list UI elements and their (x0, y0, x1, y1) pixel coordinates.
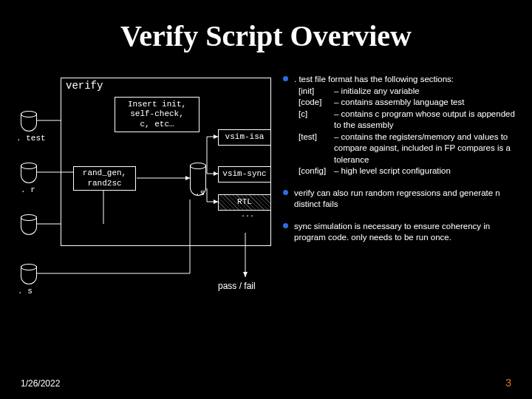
rand-box: rand_gen, rand2sc (73, 166, 136, 191)
dots: ... (241, 212, 254, 218)
passfail-label: pass / fail (218, 281, 256, 291)
bullet-1-intro: . test file format has the following sec… (294, 74, 523, 86)
label-test: . test (16, 134, 46, 143)
verify-label: verify (66, 80, 103, 92)
label-s: . s (18, 287, 33, 296)
sect-c-desc: – contains c program whose output is app… (334, 109, 523, 132)
label-r: . r (21, 185, 35, 194)
svg-marker-17 (243, 272, 248, 277)
cylinder-test (21, 111, 37, 132)
sect-code-desc: – contains assembly language test (334, 97, 464, 109)
cylinder-s-bottom (21, 264, 37, 284)
bullet-3: sync simulation is necessary to ensure c… (283, 221, 523, 244)
sect-test-desc: – contains the registers/memory and valu… (334, 132, 523, 166)
cylinder-r (21, 163, 37, 183)
diagram: . test . r . s verify Insert init, self-… (15, 78, 281, 303)
sect-init-desc: – initialize any variable (334, 86, 420, 98)
sect-config-desc: – high level script configuration (334, 166, 451, 177)
footer-page-number: 3 (505, 377, 511, 389)
sect-config-key: [config] (299, 166, 334, 177)
cylinder-s-left (21, 214, 37, 235)
bullet-3-text: sync simulation is necessary to ensure c… (294, 221, 523, 244)
rtl-label: RTL (237, 197, 252, 207)
rtl-box: RTL (218, 194, 271, 211)
footer-date: 1/26/2022 (21, 378, 60, 389)
bullet-dot-icon (283, 76, 288, 81)
sect-code-key: [code] (299, 97, 334, 109)
bullet-2: verify can also run random regressions a… (283, 188, 523, 211)
insert-box: Insert init, self-check, c, etc… (115, 97, 200, 132)
bullet-2-text: verify can also run random regressions a… (294, 188, 523, 211)
s-mid-label: .s (195, 188, 205, 197)
sect-c-key: [c] (299, 109, 334, 132)
vsim-sync-box: vsim-sync (218, 166, 271, 183)
sect-init-key: [init] (299, 86, 334, 98)
slide-title: Verify Script Overview (0, 0, 532, 53)
bullet-1: . test file format has the following sec… (283, 74, 523, 177)
sect-test-key: [test] (299, 132, 334, 166)
vsim-isa-box: vsim-isa (218, 129, 271, 146)
bullet-dot-icon (283, 190, 288, 195)
bullet-list: . test file format has the following sec… (283, 74, 523, 254)
bullet-dot-icon (283, 223, 288, 228)
